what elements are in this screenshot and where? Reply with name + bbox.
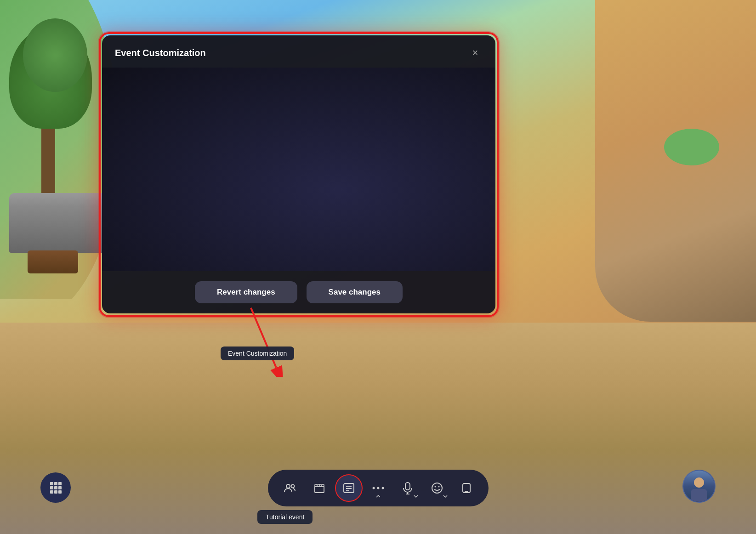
svg-point-14 — [377, 487, 379, 489]
avatar-head — [694, 477, 704, 488]
customize-icon — [342, 482, 355, 494]
share-button[interactable] — [453, 474, 480, 502]
avatar-body — [691, 489, 707, 502]
svg-rect-16 — [405, 483, 410, 490]
svg-point-19 — [432, 483, 442, 493]
coffee-table — [28, 250, 78, 273]
share-icon — [461, 482, 472, 494]
emoji-button[interactable] — [423, 474, 451, 502]
clapper-button[interactable] — [306, 474, 333, 502]
chevron-down-icon — [414, 495, 418, 498]
save-changes-button[interactable]: Save changes — [307, 281, 403, 303]
avatar — [683, 471, 715, 502]
modal-title: Event Customization — [115, 48, 206, 58]
grid-button[interactable] — [40, 472, 71, 503]
svg-point-20 — [434, 486, 436, 488]
modal-body — [102, 68, 495, 271]
people-icon — [284, 482, 296, 494]
revert-changes-button[interactable]: Revert changes — [195, 281, 297, 303]
svg-rect-4 — [315, 486, 324, 493]
svg-point-21 — [438, 486, 439, 488]
chevron-down-icon-2 — [443, 495, 448, 498]
modal-header: Event Customization × — [102, 35, 495, 68]
tutorial-event-label: Tutorial event — [257, 510, 313, 524]
avatar-figure — [688, 477, 711, 502]
tree-foliage-top — [23, 18, 87, 92]
svg-point-15 — [381, 487, 384, 489]
mic-icon — [402, 482, 413, 494]
event-customization-button[interactable] — [335, 474, 363, 502]
modal-footer: Revert changes Save changes — [102, 271, 495, 313]
more-button[interactable] — [364, 474, 392, 502]
right-green-patch — [664, 129, 719, 165]
svg-point-2 — [286, 484, 290, 488]
chevron-up-icon — [375, 494, 381, 498]
clapper-icon — [313, 482, 326, 494]
modal-close-button[interactable]: × — [468, 45, 483, 60]
event-customization-tooltip: Event Customization — [221, 347, 294, 360]
svg-point-3 — [291, 485, 294, 488]
emoji-icon — [431, 482, 443, 494]
event-customization-modal: Event Customization × Revert changes Sav… — [102, 35, 495, 313]
grid-icon — [50, 482, 62, 494]
microphone-button[interactable] — [394, 474, 421, 502]
sofa — [9, 207, 110, 253]
avatar-button[interactable] — [682, 470, 716, 503]
people-button[interactable] — [276, 474, 304, 502]
svg-point-13 — [372, 487, 375, 489]
more-icon — [372, 486, 385, 490]
bottom-toolbar — [268, 470, 489, 506]
